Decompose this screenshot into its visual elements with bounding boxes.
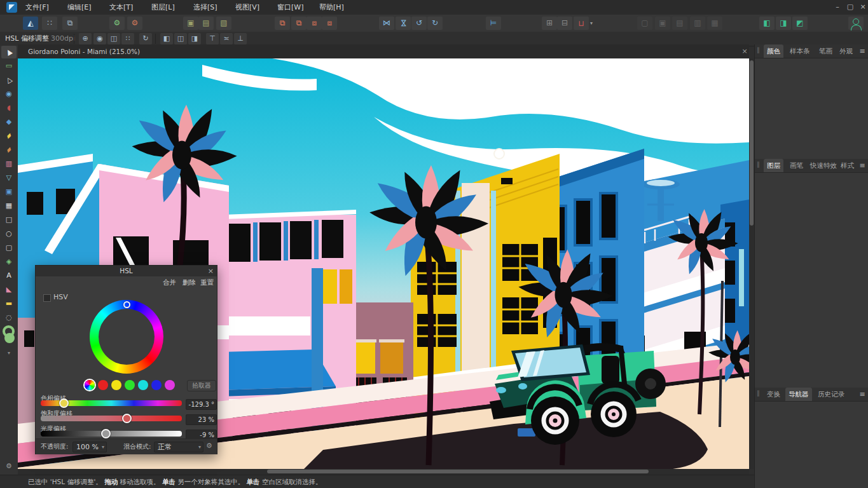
rectangle-tool[interactable]: □ bbox=[1, 214, 17, 226]
tab-history[interactable]: 历史记录 bbox=[815, 388, 848, 401]
dialog-gear-icon[interactable]: ⚙ bbox=[206, 442, 212, 450]
menu-view[interactable]: 视图[V] bbox=[229, 0, 266, 15]
contour-tool[interactable]: ◖ bbox=[1, 102, 17, 114]
blue-channel-dot[interactable] bbox=[151, 380, 162, 390]
panel-menu-icon[interactable]: ≡ bbox=[857, 159, 867, 172]
panel-menu-icon[interactable]: ≡ bbox=[857, 388, 867, 401]
pencil-tool[interactable]: ▰ bbox=[1, 130, 17, 142]
view-mode-icon[interactable]: ▣ bbox=[183, 17, 198, 30]
cyan-channel-dot[interactable] bbox=[138, 380, 148, 390]
boolean-divide-icon[interactable]: ◩ bbox=[792, 17, 808, 30]
crop-tool[interactable]: ▦ bbox=[1, 200, 17, 212]
alignment-icon[interactable]: ⊨ bbox=[486, 17, 501, 30]
grid-icon[interactable]: ∷ bbox=[121, 33, 134, 44]
move-to-front-icon[interactable]: ⧈ bbox=[322, 17, 337, 30]
artistic-text-tool[interactable]: A bbox=[1, 269, 17, 282]
vector-brush-tool[interactable]: ▰ bbox=[1, 144, 17, 156]
align-left-icon[interactable]: ◧ bbox=[160, 33, 173, 44]
reset-icon[interactable]: ↻ bbox=[139, 33, 152, 44]
node-tool[interactable]: △ bbox=[1, 74, 17, 86]
boolean-subtract-icon[interactable]: ◨ bbox=[776, 17, 791, 30]
snap-grid-icon[interactable]: ⊞ bbox=[542, 17, 557, 30]
align-top-icon[interactable]: ⊤ bbox=[206, 33, 219, 44]
delete-button[interactable]: 删除 bbox=[183, 278, 196, 287]
boolean-add-icon[interactable]: ◧ bbox=[759, 17, 775, 30]
document-tab[interactable]: Giordano Poloni - Miami (215.0%) bbox=[28, 44, 140, 58]
rotate-cw-icon[interactable]: ↻ bbox=[427, 17, 443, 30]
menu-layer[interactable]: 图层[L] bbox=[145, 0, 181, 15]
red-channel-dot[interactable] bbox=[98, 380, 108, 390]
menu-select[interactable]: 选择[S] bbox=[187, 0, 224, 15]
hsv-checkbox[interactable] bbox=[43, 294, 51, 302]
pen-tool[interactable]: ◆ bbox=[1, 116, 17, 128]
corner-tool[interactable]: ◉ bbox=[1, 88, 17, 100]
panel-menu-icon[interactable]: ≡ bbox=[857, 44, 867, 58]
view-split-icon[interactable]: ▤ bbox=[198, 17, 214, 30]
saturation-shift-knob[interactable] bbox=[122, 414, 132, 423]
flip-vertical-icon[interactable]: ⋈ bbox=[396, 17, 411, 30]
hue-shift-knob[interactable] bbox=[59, 398, 69, 408]
luminosity-shift-knob[interactable] bbox=[101, 429, 111, 438]
green-channel-dot[interactable] bbox=[125, 380, 135, 390]
magenta-channel-dot[interactable] bbox=[165, 380, 175, 390]
transparency-tool[interactable]: ▽ bbox=[1, 172, 17, 184]
saturation-shift-slider[interactable] bbox=[41, 416, 182, 421]
menu-help[interactable]: 帮助[H] bbox=[313, 0, 350, 15]
tab-close-icon[interactable]: × bbox=[740, 44, 749, 58]
scrollbar-thumb[interactable] bbox=[267, 470, 649, 473]
dialog-close-icon[interactable]: × bbox=[208, 266, 214, 276]
close-button[interactable]: × bbox=[856, 0, 868, 15]
menu-file[interactable]: 文件[F] bbox=[19, 0, 55, 15]
restore-button[interactable]: ▢ bbox=[843, 0, 857, 15]
hue-shift-value[interactable]: -129.3 ° bbox=[186, 399, 217, 410]
gear-adjust-icon[interactable]: ⚙ bbox=[127, 17, 142, 30]
tab-layers[interactable]: 图层 bbox=[764, 159, 783, 172]
target-icon[interactable]: ⊕ bbox=[79, 33, 92, 44]
luminosity-shift-slider[interactable] bbox=[41, 431, 182, 437]
preferences-gear-icon[interactable]: ⚙ bbox=[1, 460, 17, 473]
tab-stroke[interactable]: 笔画 bbox=[816, 44, 836, 58]
panel-grip-icon[interactable]: ∥ bbox=[757, 161, 760, 168]
canvas-horizontal-scrollbar[interactable] bbox=[18, 469, 749, 475]
saturation-shift-value[interactable]: 23 % bbox=[186, 414, 217, 425]
tab-appearance[interactable]: 外观 bbox=[836, 44, 856, 58]
account-icon[interactable] bbox=[848, 17, 864, 30]
rotate-ccw-icon[interactable]: ↺ bbox=[411, 17, 427, 30]
tools-expand-icon[interactable]: ▾ bbox=[1, 347, 17, 360]
minimize-button[interactable]: – bbox=[830, 0, 844, 15]
dialog-title[interactable]: HSL bbox=[36, 266, 217, 276]
tab-color[interactable]: 颜色 bbox=[764, 44, 783, 58]
tab-quick-fx[interactable]: 快速特效 bbox=[807, 159, 840, 172]
align-middle-icon[interactable]: ≍ bbox=[220, 33, 233, 44]
tab-transform[interactable]: 变换 bbox=[764, 388, 783, 401]
menu-edit[interactable]: 编辑[E] bbox=[61, 0, 98, 15]
crayon-tool[interactable]: ▥ bbox=[1, 158, 17, 170]
reset-button[interactable]: 重置 bbox=[200, 278, 214, 287]
picker-button[interactable]: 拾取器 bbox=[187, 380, 216, 391]
color-picker-tool[interactable]: ◣ bbox=[1, 283, 17, 296]
designer-persona-icon[interactable]: ◭ bbox=[23, 17, 38, 30]
artboard-tool[interactable]: ▭ bbox=[1, 60, 17, 72]
flip-horizontal-icon[interactable]: ⋈ bbox=[379, 17, 394, 30]
back-one-icon[interactable]: ⧉ bbox=[291, 17, 307, 30]
hsl-dialog[interactable]: HSL × 合并 删除 重置 HSV 拾取器 色相偏移 -129.3 ° 饱和度… bbox=[35, 265, 217, 454]
merge-button[interactable]: 合并 bbox=[163, 278, 176, 287]
view-outline-icon[interactable]: ▧ bbox=[216, 17, 231, 30]
ellipse-tool[interactable]: ○ bbox=[1, 227, 17, 240]
snapping-magnet-icon[interactable]: ⊓ bbox=[574, 17, 589, 30]
forward-one-icon[interactable]: ⧈ bbox=[307, 17, 322, 30]
align-right-icon[interactable]: ◨ bbox=[188, 33, 201, 44]
yellow-channel-dot[interactable] bbox=[111, 380, 121, 390]
align-bottom-icon[interactable]: ⊥ bbox=[234, 33, 247, 44]
master-channel-dot[interactable] bbox=[85, 380, 95, 390]
zoom-tool[interactable]: ◌ bbox=[1, 311, 17, 324]
panel-grip-icon[interactable]: ∥ bbox=[757, 390, 760, 396]
hue-shift-slider[interactable] bbox=[41, 400, 182, 406]
canvas-vertical-scrollbar[interactable] bbox=[749, 58, 754, 469]
dialog-blend-dropdown[interactable]: 正常▾ bbox=[154, 442, 203, 452]
tab-styles[interactable]: 样式 bbox=[837, 159, 857, 172]
scrollbar-thumb[interactable] bbox=[750, 60, 754, 226]
menu-window[interactable]: 窗口[W] bbox=[271, 0, 310, 15]
pixel-persona-icon[interactable]: ∷ bbox=[42, 17, 57, 30]
align-center-icon[interactable]: ◫ bbox=[174, 33, 187, 44]
